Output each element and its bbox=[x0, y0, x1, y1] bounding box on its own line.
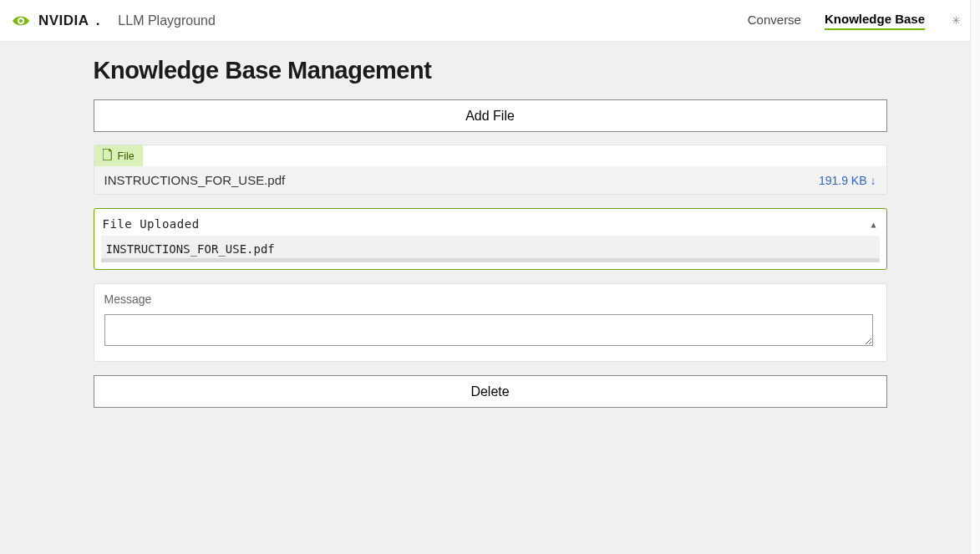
status-heading: File Uploaded bbox=[103, 217, 871, 231]
main-content: Knowledge Base Management Add File File … bbox=[94, 42, 887, 408]
download-arrow-icon: ↓ bbox=[871, 174, 876, 187]
file-name: INSTRUCTIONS_FOR_USE.pdf bbox=[104, 173, 819, 187]
file-type-chip: File bbox=[94, 145, 143, 166]
brand-dot: . bbox=[96, 13, 100, 29]
brand-block: NVIDIA. LLM Playground bbox=[12, 13, 216, 29]
add-file-button[interactable]: Add File bbox=[94, 99, 887, 132]
caret-up-icon: ▲ bbox=[871, 220, 876, 229]
svg-point-1 bbox=[19, 18, 23, 22]
app-header: NVIDIA. LLM Playground Converse Knowledg… bbox=[0, 0, 980, 42]
collapse-toggle[interactable]: ▲ bbox=[871, 220, 876, 229]
header-nav: Converse Knowledge Base ✳ bbox=[748, 12, 963, 30]
message-input[interactable] bbox=[104, 314, 873, 346]
status-body-text: INSTRUCTIONS_FOR_USE.pdf bbox=[106, 242, 275, 256]
brand-word: NVIDIA bbox=[38, 13, 89, 29]
upload-status-panel: File Uploaded ▲ INSTRUCTIONS_FOR_USE.pdf bbox=[94, 208, 887, 270]
download-button[interactable]: ↓ bbox=[871, 174, 876, 187]
app-title: LLM Playground bbox=[118, 13, 216, 28]
nav-link-knowledge-base[interactable]: Knowledge Base bbox=[825, 12, 925, 30]
message-label: Message bbox=[104, 292, 876, 306]
theme-toggle-button[interactable]: ✳ bbox=[948, 13, 963, 28]
file-card: File INSTRUCTIONS_FOR_USE.pdf 191.9 KB ↓ bbox=[94, 145, 887, 195]
sun-icon: ✳ bbox=[952, 14, 961, 27]
delete-button[interactable]: Delete bbox=[94, 375, 887, 408]
status-body: INSTRUCTIONS_FOR_USE.pdf bbox=[101, 236, 880, 262]
page-title: Knowledge Base Management bbox=[94, 57, 887, 84]
status-heading-row: File Uploaded ▲ bbox=[94, 209, 886, 236]
vertical-scrollbar[interactable] bbox=[970, 0, 980, 554]
nvidia-eye-logo bbox=[12, 14, 30, 28]
nav-link-converse[interactable]: Converse bbox=[748, 13, 801, 29]
file-chip-label: File bbox=[118, 150, 135, 162]
file-row: INSTRUCTIONS_FOR_USE.pdf 191.9 KB ↓ bbox=[94, 166, 886, 194]
file-icon bbox=[103, 149, 113, 163]
file-size: 191.9 KB bbox=[819, 174, 867, 187]
message-card: Message bbox=[94, 283, 887, 362]
file-card-header: File bbox=[94, 145, 886, 166]
